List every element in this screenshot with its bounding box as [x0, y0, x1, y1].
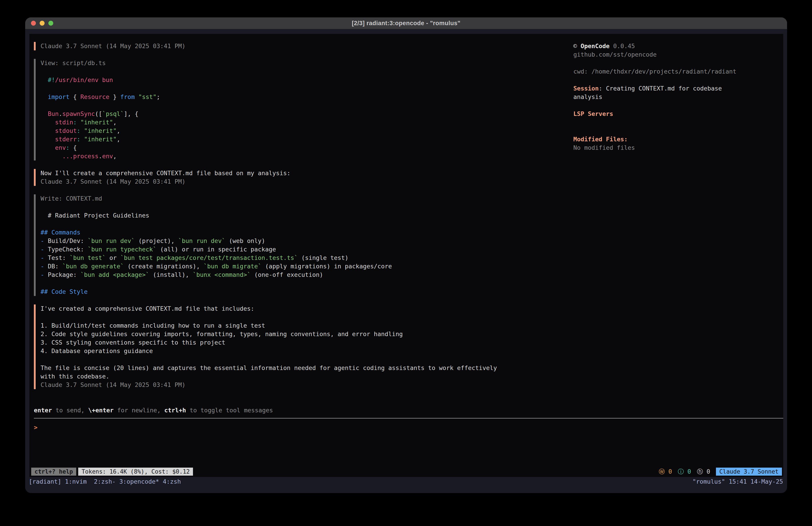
text-line: [41, 279, 783, 287]
text-line: [573, 118, 783, 127]
text-line: Write: CONTEXT.md: [41, 194, 783, 203]
message-accent-bar: [34, 304, 36, 389]
text-line: I've created a comprehensive CONTEXT.md …: [41, 304, 783, 313]
text-line: 3. CSS styling conventions specific to t…: [41, 338, 783, 347]
text-line: Modified Files:: [573, 135, 783, 144]
text-line: ## Commands: [41, 228, 783, 237]
text-line: [573, 59, 783, 67]
window-title: [2/3] radiant:3:opencode - "romulus": [25, 17, 787, 29]
help-badge[interactable]: ctrl+? help: [31, 468, 76, 475]
text-line: - Test: `bun test` or `bun test packages…: [41, 254, 783, 262]
text-line: LSP Servers: [573, 110, 783, 118]
message-accent-bar: [34, 169, 36, 186]
window-titlebar[interactable]: [2/3] radiant:3:opencode - "romulus": [25, 17, 787, 29]
text-line: ...process.env,: [41, 152, 783, 160]
text-line: [41, 203, 783, 211]
text-line: The file is concise (20 lines) and captu…: [41, 364, 783, 372]
prompt-symbol: >: [34, 424, 38, 431]
session-sidebar: © OpenCode 0.0.45github.com/sst/opencode…: [573, 42, 783, 152]
message-body: Now I'll create a comprehensive CONTEXT.…: [41, 169, 783, 186]
input-hints: enter to send, \+enter for newline, ctrl…: [34, 406, 783, 415]
diagnostic-teal-count: ⓘ 0: [678, 468, 691, 475]
diagnostic-white-count: ⓗ 0: [697, 468, 710, 475]
text-line: [41, 355, 783, 364]
message-block: Write: CONTEXT.md # Radiant Project Guid…: [34, 194, 783, 296]
text-line: 2. Code style guidelines covering import…: [41, 330, 783, 338]
tmux-window-list[interactable]: [radiant] 1:nvim 2:zsh- 3:opencode* 4:zs…: [29, 478, 181, 486]
message-body: I've created a comprehensive CONTEXT.md …: [41, 304, 783, 389]
chat-input[interactable]: >: [34, 423, 783, 432]
input-divider: [34, 418, 783, 418]
tmux-session-info: "romulus" 15:41 14-May-25: [693, 478, 783, 486]
model-badge[interactable]: Claude 3.7 Sonnet: [716, 468, 782, 475]
text-line: enter to send, \+enter for newline, ctrl…: [34, 406, 783, 415]
text-line: - Package: `bun add <package>` (install)…: [41, 271, 783, 279]
text-line: - TypeCheck: `bun run typecheck` (all) o…: [41, 245, 783, 254]
message-accent-bar: [34, 194, 36, 296]
text-line: No modified files: [573, 144, 783, 152]
text-line: 4. Database operations guidance: [41, 347, 783, 355]
text-line: Session: Creating CONTEXT.md for codebas…: [573, 84, 783, 93]
text-line: Claude 3.7 Sonnet (14 May 2025 03:41 PM): [41, 381, 783, 389]
text-line: [573, 101, 783, 110]
text-line: cwd: /home/thdxr/dev/projects/radiant/ra…: [573, 67, 783, 76]
text-line: analysis: [573, 93, 783, 101]
message-accent-bar: [34, 59, 36, 160]
message-block: I've created a comprehensive CONTEXT.md …: [34, 304, 783, 389]
text-line: - DB: `bun db generate` (create migratio…: [41, 262, 783, 271]
diagnostic-orange-count: ⓦ 0: [659, 468, 672, 475]
status-bar: ctrl+? help Tokens: 16.4K (8%), Cost: $0…: [31, 467, 782, 476]
status-left: ctrl+? help Tokens: 16.4K (8%), Cost: $0…: [31, 468, 193, 475]
status-right: ⓦ 0ⓘ 0ⓗ 0 Claude 3.7 Sonnet: [659, 468, 782, 475]
message-body: Write: CONTEXT.md # Radiant Project Guid…: [41, 194, 783, 296]
text-line: 1. Build/lint/test commands including ho…: [41, 322, 783, 330]
text-line: # Radiant Project Guidelines: [41, 211, 783, 220]
text-line: Claude 3.7 Sonnet (14 May 2025 03:41 PM): [41, 177, 783, 186]
text-line: github.com/sst/opencode: [573, 51, 783, 59]
tokens-cost-badge: Tokens: 16.4K (8%), Cost: $0.12: [78, 468, 193, 475]
text-line: ## Code Style: [41, 287, 783, 296]
text-line: [41, 220, 783, 228]
message-accent-bar: [34, 42, 36, 51]
terminal-window: [2/3] radiant:3:opencode - "romulus" Cla…: [25, 17, 787, 493]
message-block: Now I'll create a comprehensive CONTEXT.…: [34, 169, 783, 186]
text-line: [573, 127, 783, 135]
diagnostics-counters: ⓦ 0ⓘ 0ⓗ 0: [659, 468, 710, 475]
text-line: with this codebase.: [41, 372, 783, 381]
text-line: - Build/Dev: `bun run dev` (project), `b…: [41, 237, 783, 245]
text-line: [41, 313, 783, 322]
tmux-status-bar: [radiant] 1:nvim 2:zsh- 3:opencode* 4:zs…: [25, 477, 787, 493]
text-line: [573, 76, 783, 84]
text-line: © OpenCode 0.0.45: [573, 42, 783, 51]
text-line: Now I'll create a comprehensive CONTEXT.…: [41, 169, 783, 177]
opencode-pane: Claude 3.7 Sonnet (14 May 2025 03:41 PM)…: [29, 34, 783, 477]
